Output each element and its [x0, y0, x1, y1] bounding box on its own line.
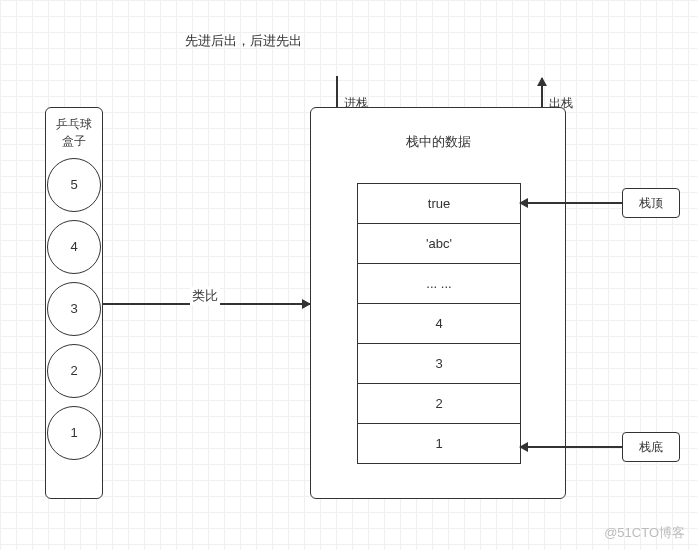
- ball-box-label-line2: 盒子: [46, 133, 102, 150]
- stack-title: 栈中的数据: [311, 133, 565, 151]
- cell-value: true: [428, 196, 450, 211]
- cell-value: 2: [435, 396, 442, 411]
- stack-cell: true: [357, 184, 521, 224]
- stack-cell: 4: [357, 304, 521, 344]
- ball-2: 2: [47, 344, 101, 398]
- stack-cell: ... ...: [357, 264, 521, 304]
- ball-1: 1: [47, 406, 101, 460]
- bottom-pointer-arrow: [520, 446, 622, 448]
- analogy-label: 类比: [190, 287, 220, 305]
- cell-value: 4: [435, 316, 442, 331]
- ball-label: 5: [70, 177, 77, 192]
- top-pointer-label: 栈顶: [622, 188, 680, 218]
- ball-label: 3: [70, 301, 77, 316]
- ball-box-label: 乒乓球 盒子: [46, 116, 102, 150]
- diagram-title: 先进后出，后进先出: [185, 32, 302, 50]
- stack-cell: 'abc': [357, 224, 521, 264]
- stack-cell: 1: [357, 424, 521, 464]
- cell-value: 'abc': [426, 236, 452, 251]
- stack-cell: 2: [357, 384, 521, 424]
- ball-box-container: 乒乓球 盒子 5 4 3 2 1: [45, 107, 103, 499]
- cell-value: 1: [435, 436, 442, 451]
- ball-label: 4: [70, 239, 77, 254]
- stack-cells: true 'abc' ... ... 4 3 2 1: [357, 183, 521, 464]
- ball-label: 1: [70, 425, 77, 440]
- ball-label: 2: [70, 363, 77, 378]
- cell-value: 3: [435, 356, 442, 371]
- cell-value: ... ...: [426, 276, 451, 291]
- top-pointer-arrow: [520, 202, 622, 204]
- ball-4: 4: [47, 220, 101, 274]
- stack-cell: 3: [357, 344, 521, 384]
- bottom-pointer-label: 栈底: [622, 432, 680, 462]
- stack-container: 栈中的数据 true 'abc' ... ... 4 3 2 1: [310, 107, 566, 499]
- watermark: @51CTO博客: [604, 524, 685, 542]
- ball-5: 5: [47, 158, 101, 212]
- ball-box-label-line1: 乒乓球: [46, 116, 102, 133]
- ball-3: 3: [47, 282, 101, 336]
